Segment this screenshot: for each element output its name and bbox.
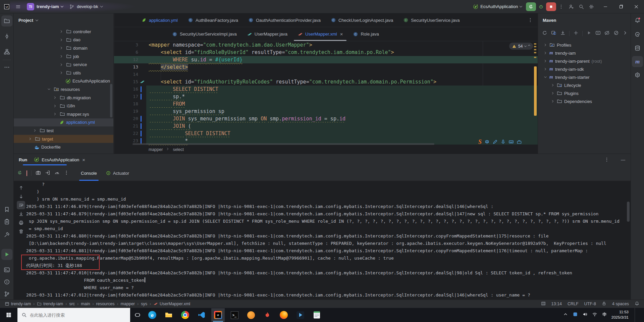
chevron-down-icon[interactable]: [46, 87, 52, 91]
caret-position[interactable]: 13:14: [551, 302, 562, 306]
clear-console-button[interactable]: [17, 227, 25, 235]
maven-offline-toggle[interactable]: [604, 30, 610, 37]
chevron-right-icon[interactable]: [543, 59, 547, 63]
console[interactable]: ? ) ) srm ON srm.menu_id = smp.menu_id20…: [14, 181, 631, 300]
chevron-right-icon[interactable]: [32, 128, 38, 132]
attach-button[interactable]: [45, 170, 50, 176]
run-config-widget[interactable]: EcsAuthApplication: [473, 4, 522, 9]
taskbar-app-google-chrome[interactable]: [178, 308, 192, 322]
project-scrollbar[interactable]: [110, 84, 112, 117]
status-crumb-resources[interactable]: resources: [96, 302, 115, 306]
taskbar-clock[interactable]: 11:53 2025/3/31: [611, 310, 629, 320]
status-crumb-mapper[interactable]: mapper: [121, 302, 135, 306]
status-project-dir[interactable]: trendy-iam: [37, 302, 63, 306]
more-button[interactable]: [64, 170, 69, 176]
code-line-19[interactable]: 19 sys_permission sp: [114, 108, 538, 115]
tab-usermapper-java[interactable]: UserMapper.java: [242, 27, 292, 41]
chevron-right-icon[interactable]: [58, 71, 64, 75]
console-line-15[interactable]: WHERE user_name = ?: [26, 284, 631, 291]
status-file[interactable]: UserMapper.xml: [153, 302, 190, 306]
bookmarks-tool-button[interactable]: [1, 204, 12, 215]
taskbar-app-notepad[interactable]: [310, 308, 323, 322]
ime-mic-icon[interactable]: [500, 139, 506, 145]
console-line-16[interactable]: 2025-03-31 11:47:47.012|trendy-iam|fd03e…: [26, 291, 631, 299]
ai-assistant-button[interactable]: [632, 29, 643, 40]
next-warning-button[interactable]: [524, 44, 527, 47]
modify-run-config-button[interactable]: [54, 170, 60, 176]
taskbar-app-video-player[interactable]: [293, 308, 307, 322]
console-tab-console[interactable]: Console: [78, 165, 99, 181]
chevron-right-icon[interactable]: [551, 91, 555, 95]
tree-item-target[interactable]: target: [14, 135, 113, 143]
tray-app-icon[interactable]: [573, 312, 578, 318]
tree-item-utils[interactable]: utils: [14, 69, 113, 77]
code-line-21[interactable]: 21 JOIN (: [114, 122, 538, 130]
mybatis-bird-icon[interactable]: [140, 79, 145, 85]
maven-item-dependencies[interactable]: Dependencies: [538, 97, 631, 105]
add-user-button[interactable]: [566, 2, 576, 11]
problems-tool-button[interactable]: [1, 276, 12, 287]
tab-usermapper-xml[interactable]: UserMapper.xml×: [292, 27, 348, 41]
console-line-3[interactable]: ) srm ON srm.menu_id = smp.menu_id: [26, 196, 631, 203]
code-line-15[interactable]: 15 <select id="findAuthorityByRoleCodes"…: [114, 78, 538, 86]
ime-toolbox-icon[interactable]: [517, 139, 522, 145]
project-widget[interactable]: TI trendy-iam: [27, 3, 63, 10]
console-line-11[interactable]: org.apache.ibatis.mapping.ParameterMap@5…: [26, 255, 631, 262]
taskbar-app-intellij-idea[interactable]: IJ: [211, 308, 225, 322]
scroll-to-top-button[interactable]: [17, 183, 25, 192]
tray-expand-icon[interactable]: [563, 312, 568, 318]
start-button[interactable]: [0, 308, 17, 322]
branch-widget[interactable]: develop-bk: [69, 4, 102, 9]
chevron-right-icon[interactable]: [27, 137, 33, 141]
thread-dump-button[interactable]: [36, 170, 41, 176]
close-icon[interactable]: ×: [340, 31, 343, 37]
maven-run-button[interactable]: [586, 30, 592, 37]
code-line-17[interactable]: 17 sp.*: [114, 93, 538, 100]
warning-mark[interactable]: [534, 52, 536, 53]
more-actions-button[interactable]: [556, 2, 566, 11]
warning-mark[interactable]: [534, 49, 536, 50]
project-tool-button[interactable]: [1, 15, 12, 26]
warning-stripe[interactable]: [534, 66, 537, 116]
taskbar-app-microsoft-edge[interactable]: e: [146, 308, 159, 322]
search-input[interactable]: [30, 313, 117, 318]
project-panel-header[interactable]: Project: [14, 13, 113, 27]
code-line-13[interactable]: 13 </select>: [114, 63, 538, 71]
chevron-right-icon[interactable]: [52, 112, 58, 116]
todo-tool-button[interactable]: [1, 216, 12, 227]
structure-tool-button[interactable]: [1, 46, 12, 57]
maven-download-sources-button[interactable]: [560, 30, 566, 37]
console-line-13[interactable]: 2025-03-31 11:47:47.010|trendy-iam|fd03e…: [26, 269, 631, 277]
chevron-right-icon[interactable]: [58, 38, 64, 42]
rerun-button[interactable]: [17, 170, 22, 176]
warning-mark[interactable]: [534, 46, 536, 47]
chevron-right-icon[interactable]: [58, 54, 64, 58]
console-tab-actuator[interactable]: Actuator: [103, 165, 131, 181]
indent-setting[interactable]: 4 spaces: [612, 302, 629, 306]
taskbar-search[interactable]: [17, 308, 130, 322]
sogou-logo-icon[interactable]: S: [478, 139, 482, 146]
settings-button[interactable]: [586, 2, 596, 11]
build-tool-button[interactable]: [1, 229, 12, 240]
chevron-right-icon[interactable]: [58, 46, 64, 50]
code-line-12[interactable]: 12 WHERE su.id = #{userId}: [114, 56, 538, 63]
breadcrumb-mapper[interactable]: mapper: [149, 147, 163, 152]
tab-securityuserserviceimpl-java[interactable]: CSecurityUserServiceImpl.java: [167, 27, 242, 41]
maven-item-lifecycle[interactable]: Lifecycle: [538, 81, 631, 89]
line-separator[interactable]: CRLF: [568, 302, 579, 306]
stop-button[interactable]: [26, 171, 27, 176]
search-everywhere-button[interactable]: [576, 2, 586, 11]
stop-button[interactable]: [546, 2, 556, 11]
chevron-right-icon[interactable]: [543, 51, 547, 55]
tab-role-java[interactable]: CRole.java: [348, 27, 384, 41]
maven-more-button[interactable]: [623, 30, 628, 37]
lock-icon[interactable]: [602, 301, 606, 307]
tree-item-dao[interactable]: dao: [14, 36, 113, 44]
maven-item-trendy-iam-sdk[interactable]: mtrendy-iam-sdk: [538, 65, 631, 73]
file-encoding[interactable]: UTF-8: [584, 302, 596, 306]
maven-skip-tests-toggle[interactable]: [613, 30, 619, 37]
console-line-2[interactable]: ): [26, 188, 631, 196]
console-line-9[interactable]: [D:\iam\backend\trendy-iam\trendy-iam\ta…: [26, 240, 631, 247]
hide-panel-button[interactable]: —: [621, 157, 625, 162]
maven-item-profiles[interactable]: Profiles: [538, 41, 631, 49]
